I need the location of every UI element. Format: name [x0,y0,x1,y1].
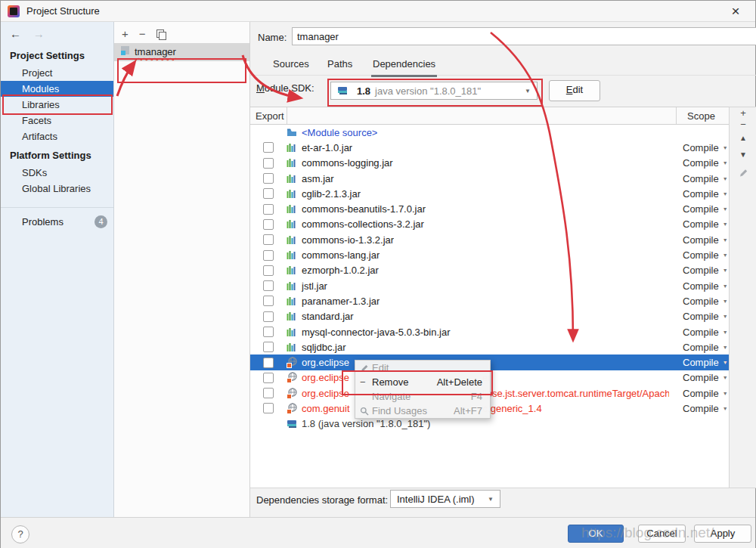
export-checkbox[interactable] [263,296,274,306]
table-row[interactable]: jstl.jarCompile▼ [250,278,729,293]
remove-module-button[interactable]: − [139,28,146,40]
sidebar-item-sdks[interactable]: SDKs [1,165,113,181]
menu-item-find-usages[interactable]: Find UsagesAlt+F7 [355,404,490,418]
scope-dropdown[interactable]: Compile▼ [683,265,728,276]
export-cell [250,188,287,199]
sidebar-item-artifacts[interactable]: Artifacts [1,128,113,144]
table-row[interactable]: commons-lang.jarCompile▼ [250,247,729,262]
scope-dropdown[interactable]: Compile▼ [683,296,728,307]
tab-dependencies[interactable]: Dependencies [371,57,437,77]
export-cell [250,296,287,306]
table-row[interactable]: standard.jarCompile▼ [250,309,729,324]
table-row[interactable]: mysql-connector-java-5.0.3-bin.jarCompil… [250,324,729,339]
chevron-down-icon: ▼ [723,299,728,304]
export-checkbox[interactable] [263,219,274,230]
scope-dropdown[interactable]: Compile▼ [683,403,728,414]
edit-button[interactable] [730,163,756,180]
module-name-input[interactable] [292,27,756,45]
sidebar-item-facets[interactable]: Facets [1,113,113,128]
table-row[interactable]: paranamer-1.3.jarCompile▼ [250,293,729,308]
scope-dropdown[interactable]: Compile▼ [683,249,728,261]
export-checkbox[interactable] [263,358,274,368]
export-checkbox[interactable] [263,204,274,215]
export-checkbox[interactable] [263,234,274,245]
export-checkbox[interactable] [263,280,274,291]
sidebar-item-modules[interactable]: Modules [1,81,113,97]
sidebar-item-libraries[interactable]: Libraries [1,97,113,113]
scope-dropdown[interactable]: Compile▼ [683,372,728,383]
scope-value: Compile [683,173,719,184]
cancel-button[interactable]: Cancel [638,525,686,543]
apply-button[interactable]: Apply [694,525,751,543]
table-row[interactable]: asm.jarCompile▼ [250,171,729,186]
scope-dropdown[interactable]: Compile▼ [683,234,728,246]
library-icon [287,296,298,306]
scope-dropdown[interactable]: Compile▼ [683,342,728,353]
dependencies-table-header: Export Scope [250,107,729,125]
sidebar-item-global-libraries[interactable]: Global Libraries [1,181,113,197]
scope-dropdown[interactable]: Compile▼ [683,142,728,153]
menu-item-shortcut: F4 [471,391,482,402]
scope-dropdown[interactable]: Compile▼ [683,157,728,169]
sidebar-item-problems[interactable]: Problems 4 [1,214,113,230]
scope-dropdown[interactable]: Compile▼ [683,188,728,200]
export-checkbox[interactable] [263,373,274,383]
copy-module-icon[interactable] [156,29,165,39]
ok-button[interactable]: OK [568,525,624,543]
table-row[interactable]: et-ar-1.0.jarCompile▼ [250,140,729,155]
add-button[interactable]: + [730,107,756,119]
table-row[interactable]: ezmorph-1.0.2.jarCompile▼ [250,263,729,278]
close-icon[interactable]: × [727,2,745,20]
move-up-button[interactable]: ▲ [730,130,756,147]
export-checkbox[interactable] [263,388,274,398]
menu-item-remove[interactable]: −RemoveAlt+Delete [355,375,490,389]
table-row[interactable]: commons-logging.jarCompile▼ [250,156,729,171]
export-checkbox[interactable] [263,158,274,169]
module-list-item[interactable]: tmanager [114,43,249,61]
module-source-folder-icon [287,128,298,137]
scope-dropdown[interactable]: Compile▼ [683,203,728,215]
tab-sources[interactable]: Sources [271,57,311,75]
scope-dropdown[interactable]: Compile▼ [683,327,728,338]
add-module-button[interactable]: + [122,28,129,40]
table-row[interactable]: commons-io-1.3.2.jarCompile▼ [250,232,729,247]
module-sdk-dropdown[interactable]: 1.8 java version "1.8.0_181" ▼ [330,82,538,100]
export-checkbox[interactable] [263,311,274,322]
table-row[interactable]: <Module source> [250,125,729,140]
help-button[interactable]: ? [11,525,29,543]
sidebar-item-project[interactable]: Project [1,65,113,81]
dependency-name: org.eclipse [302,357,349,368]
scope-dropdown[interactable]: Compile▼ [683,280,728,292]
export-checkbox[interactable] [263,327,274,337]
scope-dropdown[interactable]: Compile▼ [683,388,728,399]
edit-sdk-button[interactable]: Edit [549,80,600,101]
scope-dropdown[interactable]: Compile▼ [683,311,728,322]
table-row[interactable]: cglib-2.1.3.jarCompile▼ [250,186,729,201]
remove-button[interactable]: − [730,119,756,130]
move-down-button[interactable]: ▼ [730,147,756,163]
storage-format-dropdown[interactable]: IntelliJ IDEA (.iml) ▼ [390,490,500,508]
menu-item-navigate[interactable]: NavigateF4 [355,389,490,404]
chevron-down-icon: ▼ [723,252,728,258]
export-checkbox[interactable] [263,342,274,352]
table-row[interactable]: sqljdbc.jarCompile▼ [250,339,729,354]
export-checkbox[interactable] [263,142,274,153]
forward-arrow-icon: → [33,27,45,40]
menu-item-edit[interactable]: Edit [355,361,490,375]
export-checkbox[interactable] [263,250,274,261]
problems-label: Problems [22,216,64,228]
table-row[interactable]: commons-collections-3.2.jarCompile▼ [250,217,729,232]
dialog-footer: ? OK Cancel Apply [1,517,755,548]
scope-value: Compile [683,403,719,414]
export-checkbox[interactable] [263,173,274,184]
menu-item-shortcut: Alt+Delete [437,376,482,388]
scope-dropdown[interactable]: Compile▼ [683,173,728,184]
back-arrow-icon[interactable]: ← [10,27,21,40]
scope-dropdown[interactable]: Compile▼ [683,218,728,230]
export-checkbox[interactable] [263,188,274,199]
tab-paths[interactable]: Paths [326,57,354,75]
export-checkbox[interactable] [263,265,274,276]
table-row[interactable]: commons-beanutils-1.7.0.jarCompile▼ [250,201,729,216]
export-checkbox[interactable] [263,403,274,413]
scope-dropdown[interactable]: Compile▼ [683,357,728,368]
